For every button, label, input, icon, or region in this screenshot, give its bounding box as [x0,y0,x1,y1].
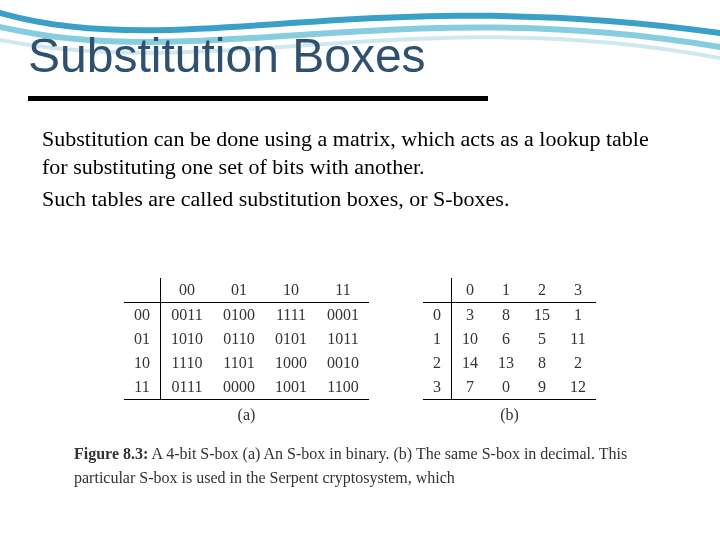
paragraph-1: Substitution can be done using a matrix,… [42,125,678,181]
body-text: Substitution can be done using a matrix,… [42,125,678,217]
figure-number: Figure 8.3: [74,445,148,462]
figure-caption: Figure 8.3: A 4-bit S-box (a) An S-box i… [70,442,650,490]
sbox-table-decimal: 0 1 2 3 0 38151 1 106511 2 141382 [423,278,596,424]
figure-caption-text: A 4-bit S-box (a) An S-box in binary. (b… [74,445,627,486]
page-title: Substitution Boxes [28,28,426,83]
paragraph-2: Such tables are called substitution boxe… [42,185,678,213]
table-b-label: (b) [423,406,596,424]
figure: 00 01 10 11 00 0011010011110001 01 10100… [70,278,650,490]
title-rule [28,96,488,101]
sbox-table-binary: 00 01 10 11 00 0011010011110001 01 10100… [124,278,369,424]
table-a-label: (a) [124,406,369,424]
